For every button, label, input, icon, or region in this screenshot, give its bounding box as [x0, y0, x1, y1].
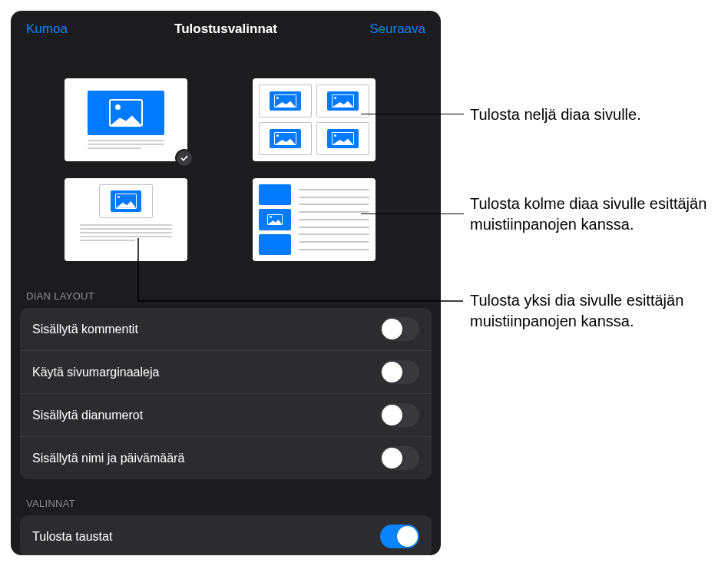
- callout-line: [361, 114, 464, 114]
- toggle-page-margins: Käytä sivumarginaaleja: [20, 351, 432, 394]
- callout-three-slides-notes: Tulosta kolme diaa sivulle esittäjän mui…: [470, 194, 716, 235]
- layout-single-slide[interactable]: [65, 78, 187, 161]
- toggle-include-comments: Sisällytä kommentit: [20, 308, 432, 351]
- layout-settings-list: Sisällytä kommentit Käytä sivumarginaale…: [20, 308, 432, 479]
- panel-header: Kumoa Tulostusvalinnat Seuraava: [11, 11, 441, 48]
- toggle-switch[interactable]: [380, 317, 419, 341]
- slide-preview-icon: [88, 91, 164, 135]
- callout-line: [361, 213, 464, 214]
- callout-four-slides: Tulosta neljä diaa sivulle.: [470, 104, 641, 125]
- toggle-print-backgrounds: Tulosta taustat: [20, 515, 432, 555]
- setting-label: Käytä sivumarginaaleja: [32, 366, 159, 379]
- picture-icon: [109, 99, 143, 127]
- cancel-button[interactable]: Kumoa: [26, 22, 68, 37]
- setting-label: Sisällytä dianumerot: [32, 409, 143, 422]
- options-settings-list: Tulosta taustat: [20, 515, 432, 555]
- print-options-panel: Kumoa Tulostusvalinnat Seuraava: [11, 11, 441, 555]
- section-header-layout: DIAN LAYOUT: [11, 284, 441, 308]
- toggle-switch[interactable]: [380, 360, 419, 384]
- one-slide-notes-icon: [71, 184, 181, 255]
- layout-four-slides[interactable]: [253, 78, 376, 161]
- four-grid-icon: [259, 84, 369, 155]
- panel-title: Tulostusvalinnat: [174, 22, 277, 37]
- section-header-options: VALINNAT: [11, 492, 441, 515]
- three-slides-notes-icon: [259, 184, 369, 255]
- toggle-name-date: Sisällytä nimi ja päivämäärä: [20, 437, 432, 479]
- next-button[interactable]: Seuraava: [369, 22, 425, 37]
- toggle-switch[interactable]: [380, 525, 419, 548]
- setting-label: Sisällytä nimi ja päivämäärä: [32, 452, 184, 465]
- toggle-slide-numbers: Sisällytä dianumerot: [20, 394, 432, 437]
- callout-one-slide-notes: Tulosta yksi dia sivulle esittäjän muist…: [470, 290, 716, 332]
- setting-label: Sisällytä kommentit: [32, 323, 138, 336]
- selected-checkmark-icon: [175, 149, 194, 167]
- toggle-switch[interactable]: [380, 446, 419, 470]
- layout-three-slides-notes[interactable]: [253, 178, 376, 261]
- toggle-switch[interactable]: [380, 403, 419, 427]
- layout-one-slide-notes[interactable]: [65, 178, 187, 261]
- setting-label: Tulosta taustat: [32, 530, 112, 544]
- layout-options-grid: [11, 48, 441, 284]
- text-lines-icon: [88, 140, 164, 149]
